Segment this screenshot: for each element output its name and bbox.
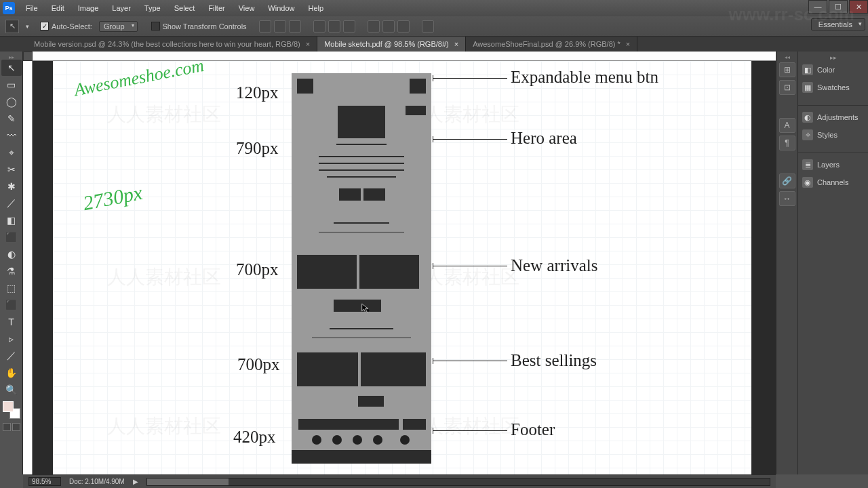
wireframe-hero-btn <box>406 106 426 115</box>
close-icon[interactable]: × <box>626 40 630 48</box>
show-transform-checkbox[interactable] <box>151 22 160 30</box>
menu-edit[interactable]: Edit <box>45 0 71 16</box>
document-tab[interactable]: AwesomeShoeFinal.psd @ 26.9% (RGB/8) * × <box>466 37 637 52</box>
window-close-button[interactable]: ✕ <box>849 0 868 14</box>
panels-collapse-icon[interactable]: ▸▸ <box>798 54 868 61</box>
dodge-tool[interactable]: ⬚ <box>1 280 22 296</box>
window-maximize-button[interactable]: ☐ <box>829 0 848 14</box>
align-center-h-icon[interactable] <box>274 20 286 33</box>
toolbox-collapse-icon[interactable]: ▸▸ <box>0 54 22 60</box>
wireframe <box>292 73 431 464</box>
workspace-selector[interactable]: Essentials <box>811 18 865 30</box>
wireframe-social-icon <box>400 435 410 445</box>
align-bottom-icon[interactable] <box>343 20 355 33</box>
doc-size-label: Doc: 2.10M/4.90M <box>69 478 125 485</box>
foreground-color[interactable] <box>3 401 14 412</box>
panel-color[interactable]: ◧Color <box>798 61 868 79</box>
healing-tool[interactable]: ✂ <box>1 161 22 178</box>
align-left-icon[interactable] <box>259 20 271 33</box>
connector-line <box>433 139 507 140</box>
move-tool[interactable]: ↖ <box>1 60 22 76</box>
align-top-icon[interactable] <box>313 20 326 33</box>
paragraph-panel-icon[interactable]: ¶ <box>779 136 795 150</box>
crop-tool[interactable]: 〰 <box>1 127 22 144</box>
menu-help[interactable]: Help <box>301 0 330 16</box>
arrange-icon[interactable] <box>422 20 434 33</box>
close-icon[interactable]: × <box>306 40 310 48</box>
quickmask-icon[interactable] <box>3 423 11 431</box>
document-tab-label: Mobile sketch.pdf @ 98.5% (RGB/8#) <box>324 40 449 48</box>
stamp-tool[interactable]: ／ <box>1 195 22 211</box>
link-panel-icon[interactable]: 🔗 <box>779 174 795 188</box>
menu-filter[interactable]: Filter <box>201 0 231 16</box>
zoom-field[interactable]: 98.5% <box>28 477 61 486</box>
magic-wand-tool[interactable]: ✎ <box>1 110 22 127</box>
align-center-v-icon[interactable] <box>328 20 340 33</box>
lasso-tool[interactable]: ◯ <box>1 94 22 110</box>
document-tab[interactable]: Mobile sketch.pdf @ 98.5% (RGB/8#) × <box>317 37 466 52</box>
dock-collapse-icon[interactable]: ◂◂ <box>776 54 797 60</box>
align-group-2 <box>313 20 355 33</box>
auto-select-label: Auto-Select: <box>52 22 92 30</box>
menu-window[interactable]: Window <box>261 0 301 16</box>
distribute-h-icon[interactable] <box>368 20 380 33</box>
transform-panel-icon[interactable]: ↔ <box>779 191 795 206</box>
wireframe-hero-img <box>338 106 385 138</box>
blur-tool[interactable]: ⚗ <box>1 263 22 279</box>
path-select-tool[interactable]: ▹ <box>1 331 22 347</box>
align-right-icon[interactable] <box>289 20 301 33</box>
canvas-area[interactable]: 人人素材社区 人人素材社区 人人素材社区 人人素材社区 人人素材社区 人人素材社… <box>23 52 776 474</box>
history-brush-tool[interactable]: ◧ <box>1 212 22 228</box>
menu-layer[interactable]: Layer <box>105 0 138 16</box>
close-icon[interactable]: × <box>454 40 458 48</box>
hand-tool[interactable]: ✋ <box>1 365 22 381</box>
panel-adjustments[interactable]: ◐Adjustments <box>798 108 868 126</box>
brush-tool[interactable]: ✱ <box>1 178 22 195</box>
zoom-tool[interactable]: 🔍 <box>1 382 22 398</box>
distribute-v-icon[interactable] <box>382 20 395 33</box>
eyedropper-tool[interactable]: ⌖ <box>1 144 22 161</box>
menu-select[interactable]: Select <box>167 0 202 16</box>
wireframe-footer-bar <box>298 419 399 430</box>
panel-layers[interactable]: ≣Layers <box>798 156 868 174</box>
character-panel-icon[interactable]: A <box>779 118 795 133</box>
screenmode-icon[interactable] <box>12 423 20 431</box>
menu-type[interactable]: Type <box>138 0 167 16</box>
styles-icon: ✧ <box>802 129 813 140</box>
panel-styles[interactable]: ✧Styles <box>798 126 868 144</box>
pen-tool[interactable]: ⬛ <box>1 297 22 313</box>
color-swatches[interactable] <box>3 401 20 419</box>
scroll-thumb[interactable] <box>147 479 229 485</box>
ruler-corner[interactable] <box>23 52 33 61</box>
horizontal-scrollbar[interactable] <box>146 478 770 486</box>
ruler-horizontal[interactable] <box>33 52 776 61</box>
auto-select-mode-dropdown[interactable]: Group <box>99 21 138 32</box>
window-minimize-button[interactable]: — <box>808 0 827 14</box>
status-arrow-icon[interactable]: ▶ <box>133 478 138 485</box>
marquee-tool[interactable]: ▭ <box>1 77 22 93</box>
history-panel-icon[interactable]: ⊞ <box>779 62 795 77</box>
document-tab-label: Mobile version.psd @ 24.3% (the best col… <box>34 40 300 48</box>
measure-700a: 700px <box>236 260 279 279</box>
type-tool[interactable]: T <box>1 314 22 330</box>
auto-select-checkbox[interactable]: ✓ <box>40 22 49 30</box>
ruler-vertical[interactable] <box>23 61 33 474</box>
active-tool-indicator[interactable]: ↖ <box>5 20 19 33</box>
gradient-tool[interactable]: ◐ <box>1 246 22 262</box>
menu-file[interactable]: File <box>19 0 45 16</box>
panel-channels[interactable]: ◉Channels <box>798 174 868 191</box>
menu-view[interactable]: View <box>232 0 262 16</box>
panel-swatches[interactable]: ▦Swatches <box>798 79 868 96</box>
document-tab[interactable]: Mobile version.psd @ 24.3% (the best col… <box>27 37 317 52</box>
menu-image[interactable]: Image <box>71 0 106 16</box>
wireframe-line <box>319 156 404 157</box>
shape-tool[interactable]: ／ <box>1 348 22 364</box>
eraser-tool[interactable]: ⬛ <box>1 229 22 245</box>
wireframe-social-icon <box>332 435 342 445</box>
color-icon: ◧ <box>802 64 813 75</box>
artboard[interactable]: 人人素材社区 人人素材社区 人人素材社区 人人素材社区 人人素材社区 人人素材社… <box>53 61 751 474</box>
distribute-spacing-icon[interactable] <box>397 20 410 33</box>
properties-panel-icon[interactable]: ⊡ <box>779 80 795 95</box>
channels-icon: ◉ <box>802 177 813 188</box>
panel-label: Layers <box>817 161 840 169</box>
